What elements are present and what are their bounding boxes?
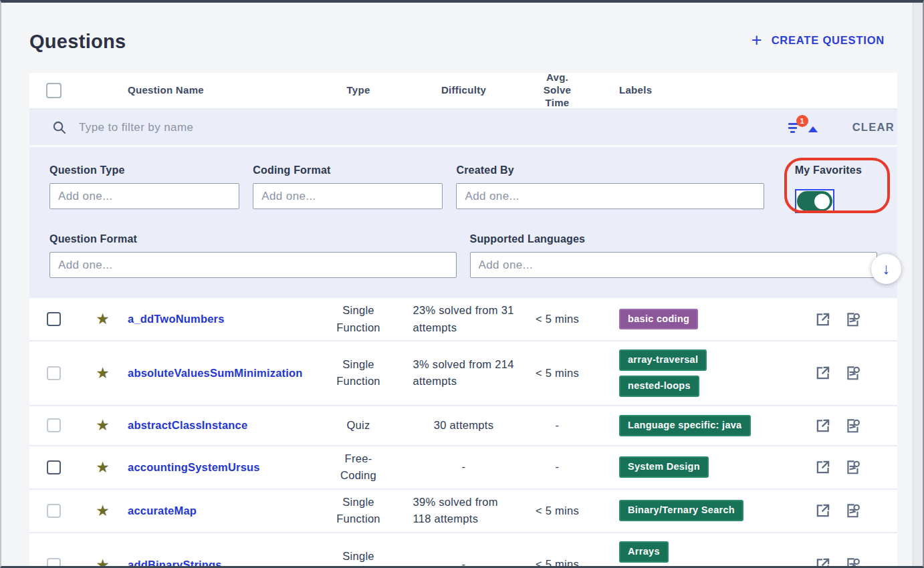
supported-languages-filter: Supported Languages	[470, 233, 877, 278]
favorite-star-icon[interactable]: ★	[96, 418, 110, 433]
avg-solve-time-cell: < 5 mins	[536, 311, 579, 328]
filter-by-name-input[interactable]	[79, 121, 788, 134]
row-checkbox[interactable]	[47, 366, 61, 380]
favorite-star-icon[interactable]: ★	[96, 366, 110, 381]
filter-panel-toggle-button[interactable]: 1	[788, 121, 818, 134]
question-format-filter: Question Format	[49, 233, 457, 278]
my-favorites-filter: My Favorites	[795, 164, 877, 216]
question-difficulty-cell: 3% solved from 214 attempts	[413, 356, 515, 390]
row-checkbox[interactable]	[47, 460, 61, 474]
preview-question-icon[interactable]	[844, 502, 862, 519]
label-badge: nested-loops	[619, 376, 699, 397]
label-badge: Language specific: java	[619, 415, 751, 436]
created-by-input[interactable]	[456, 183, 764, 209]
column-header-labels: Labels	[596, 84, 803, 97]
my-favorites-toggle-focus-ring	[795, 189, 834, 213]
my-favorites-label: My Favorites	[795, 164, 877, 176]
preview-question-icon[interactable]	[844, 458, 862, 476]
open-in-new-tab-icon[interactable]	[814, 311, 832, 328]
question-labels-cell: System Design	[619, 452, 803, 482]
table-header-row: Question Name Type Difficulty Avg. Solve…	[29, 73, 897, 110]
question-format-label: Question Format	[49, 233, 457, 245]
coding-format-input[interactable]	[253, 183, 443, 209]
filter-bar: 1 CLEAR	[29, 110, 897, 147]
vertical-scrollbar[interactable]	[913, 3, 923, 566]
coding-format-label: Coding Format	[253, 164, 443, 176]
app-window: Questions + CREATE QUESTION Question Nam…	[0, 0, 924, 568]
question-format-input[interactable]	[49, 252, 457, 278]
page-header: Questions + CREATE QUESTION	[29, 3, 885, 53]
avg-solve-time-cell: < 5 mins	[536, 556, 579, 566]
filter-panel: Question Type Coding Format Created By	[29, 147, 897, 298]
column-header-type: Type	[308, 84, 409, 97]
avg-solve-time-cell: < 5 mins	[536, 365, 579, 382]
question-name-link[interactable]: accurateMap	[128, 505, 197, 517]
table-row: ★ accountingSystemUrsus Free-Coding - - …	[29, 446, 897, 490]
label-badge: Arrays	[619, 541, 669, 563]
question-name-link[interactable]: a_ddTwoNumbers	[128, 313, 225, 325]
preview-question-icon[interactable]	[844, 417, 862, 434]
filter-icon: 1	[788, 121, 802, 134]
avg-solve-time-cell: -	[556, 458, 560, 476]
question-type-cell: Free-Coding	[328, 450, 389, 484]
question-type-cell: Quiz	[346, 417, 370, 434]
down-arrow-icon: ↓	[883, 260, 891, 278]
scroll-down-button[interactable]: ↓	[871, 254, 901, 284]
label-badge: System Design	[619, 456, 709, 478]
question-labels-cell: basic coding	[619, 305, 803, 334]
label-badge: Binary/Ternary Search	[619, 500, 743, 521]
created-by-filter: Created By	[456, 164, 764, 216]
column-header-difficulty: Difficulty	[409, 84, 519, 97]
clear-filters-button[interactable]: CLEAR	[852, 121, 895, 134]
preview-question-icon[interactable]	[844, 364, 862, 382]
table-row: ★ a_ddTwoNumbers Single Function 23% sol…	[29, 298, 897, 341]
open-in-new-tab-icon[interactable]	[814, 417, 832, 434]
preview-question-icon[interactable]	[844, 556, 862, 566]
question-difficulty-cell: 30 attempts	[434, 417, 494, 434]
question-name-link[interactable]: absoluteValuesSumMinimization	[128, 367, 303, 379]
question-labels-cell: Language specific: java	[619, 411, 803, 440]
label-badge: basic coding	[619, 309, 698, 330]
toggle-knob	[814, 194, 830, 209]
row-checkbox[interactable]	[47, 418, 61, 432]
favorite-star-icon[interactable]: ★	[96, 503, 110, 519]
row-checkbox[interactable]	[47, 558, 61, 566]
question-labels-cell: array-traversalnested-loops	[619, 345, 803, 401]
supported-languages-input[interactable]	[470, 252, 877, 278]
my-favorites-toggle[interactable]	[797, 191, 832, 211]
plus-icon: +	[752, 33, 762, 47]
favorite-star-icon[interactable]: ★	[96, 557, 110, 566]
avg-solve-time-cell: < 5 mins	[536, 503, 579, 520]
row-checkbox[interactable]	[47, 504, 61, 518]
select-all-checkbox[interactable]	[46, 83, 62, 98]
question-name-link[interactable]: addBinaryStrings	[128, 559, 222, 566]
avg-solve-time-cell: -	[556, 417, 560, 434]
question-name-link[interactable]: accountingSystemUrsus	[128, 461, 260, 473]
create-question-button[interactable]: + CREATE QUESTION	[752, 33, 885, 47]
column-header-question-name: Question Name	[128, 84, 308, 97]
supported-languages-label: Supported Languages	[470, 233, 877, 245]
questions-table: Question Name Type Difficulty Avg. Solve…	[29, 73, 897, 566]
row-checkbox[interactable]	[47, 312, 61, 326]
favorite-star-icon[interactable]: ★	[96, 460, 110, 475]
created-by-label: Created By	[456, 164, 764, 176]
question-difficulty-cell: 39% solved from 118 attempts	[413, 494, 515, 528]
question-name-link[interactable]: abstractClassInstance	[128, 419, 247, 431]
active-filter-count-badge: 1	[796, 115, 808, 127]
question-type-cell: Single Function	[328, 548, 389, 566]
open-in-new-tab-icon[interactable]	[814, 502, 832, 519]
collapse-filters-arrow-icon	[808, 126, 818, 132]
question-rows: ★ a_ddTwoNumbers Single Function 23% sol…	[29, 298, 897, 566]
question-type-filter: Question Type	[49, 164, 239, 216]
table-row: ★ abstractClassInstance Quiz 30 attempts…	[29, 406, 897, 446]
preview-question-icon[interactable]	[844, 311, 862, 328]
questions-page: Questions + CREATE QUESTION Question Nam…	[1, 3, 913, 566]
table-row: ★ absoluteValuesSumMinimization Single F…	[29, 341, 897, 406]
open-in-new-tab-icon[interactable]	[814, 556, 832, 566]
table-row: ★ accurateMap Single Function 39% solved…	[29, 490, 897, 533]
table-row: ★ addBinaryStrings Single Function - < 5…	[29, 533, 897, 566]
open-in-new-tab-icon[interactable]	[814, 458, 832, 476]
question-type-input[interactable]	[49, 183, 239, 209]
open-in-new-tab-icon[interactable]	[814, 364, 832, 382]
favorite-star-icon[interactable]: ★	[96, 311, 110, 327]
